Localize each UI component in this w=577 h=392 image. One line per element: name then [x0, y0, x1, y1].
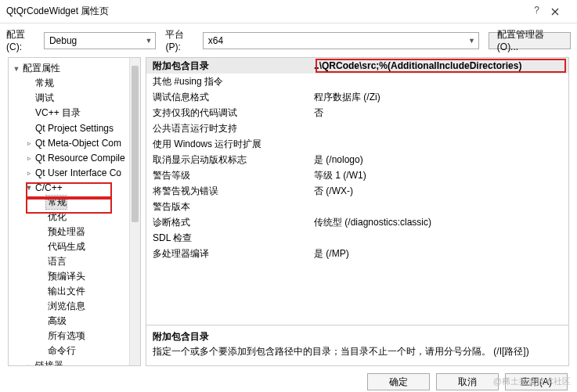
help-icon[interactable]: ? — [534, 5, 539, 16]
tree-item[interactable]: 所有选项 — [9, 329, 140, 343]
tree-item[interactable]: 输出文件 — [9, 284, 140, 299]
property-row[interactable]: 调试信息格式程序数据库 (/Zi) — [146, 89, 568, 105]
property-row[interactable]: 其他 #using 指令 — [146, 74, 568, 89]
config-manager-button[interactable]: 配置管理器(O)... — [489, 32, 571, 49]
tree-item-label: 链接器 — [34, 359, 63, 365]
platform-label: 平台(P): — [165, 28, 197, 52]
property-row[interactable]: 警告版本 — [146, 199, 568, 214]
tree-item-label: 预编译头 — [46, 270, 85, 283]
description-panel: 附加包含目录 指定一个或多个要添加到包含路径中的目录；当目录不止一个时，请用分号… — [146, 325, 569, 366]
property-row[interactable]: 将警告视为错误否 (/WX-) — [146, 183, 568, 199]
tree-twist-icon: ▹ — [24, 154, 34, 162]
property-row[interactable]: 诊断格式传统型 (/diagnostics:classic) — [146, 214, 568, 230]
tree-item[interactable]: 语言 — [9, 254, 140, 269]
tree-item-label: 调试 — [34, 92, 54, 105]
tree-item-label: 配置属性 — [21, 62, 60, 75]
property-name: 取消显示启动版权标志 — [146, 153, 311, 167]
tree-item-label: 浏览信息 — [46, 300, 85, 313]
tree-item[interactable]: ▹链接器 — [9, 358, 140, 365]
property-value[interactable]: 等级 1 (/W1) — [311, 169, 568, 182]
tree-item-label: 优化 — [46, 210, 67, 224]
tree-item-label: C/C++ — [34, 182, 63, 193]
tree-item-label: 代码生成 — [46, 240, 85, 254]
tree-item-label: 输出文件 — [46, 285, 85, 298]
property-row[interactable]: 支持仅我的代码调试否 — [146, 105, 568, 120]
tree-panel: ▼配置属性常规调试VC++ 目录Qt Project Settings▹Qt M… — [8, 57, 141, 366]
tree-item-label: Qt Project Settings — [34, 123, 114, 134]
chevron-down-icon: ▼ — [465, 37, 475, 45]
property-value[interactable]: 是 (/nologo) — [311, 153, 568, 167]
property-name: 将警告视为错误 — [146, 185, 311, 198]
tree-item-label: 所有选项 — [46, 329, 85, 343]
scrollbar[interactable] — [129, 58, 140, 365]
tree-item[interactable]: ▹Qt User Interface Co — [9, 165, 140, 180]
property-name: 附加包含目录 — [146, 59, 311, 73]
property-value[interactable]: 否 (/WX-) — [311, 185, 568, 198]
tree-item-label: 高级 — [46, 315, 67, 328]
tree-item[interactable]: 高级 — [9, 314, 140, 329]
property-row[interactable]: 多处理器编译是 (/MP) — [146, 246, 568, 261]
platform-value: x64 — [208, 35, 465, 46]
tree-item-label: Qt User Interface Co — [34, 167, 121, 178]
close-icon[interactable] — [539, 1, 571, 23]
tree-item[interactable]: 调试 — [9, 91, 140, 106]
tree-item[interactable]: 预处理器 — [9, 225, 140, 239]
cancel-button[interactable]: 取消 — [436, 373, 499, 390]
tree-item[interactable]: ▼C/C++ — [9, 180, 140, 195]
property-name: 警告等级 — [146, 169, 311, 182]
tree-item-label: 常规 — [46, 196, 67, 209]
tree-item[interactable]: 代码生成 — [9, 239, 140, 254]
description-text: 指定一个或多个要添加到包含路径中的目录；当目录不止一个时，请用分号分隔。 (/I… — [153, 345, 562, 358]
tree-twist-icon: ▼ — [12, 65, 21, 73]
property-value[interactable]: 程序数据库 (/Zi) — [311, 91, 568, 104]
apply-button[interactable]: 应用(A) — [505, 373, 568, 390]
tree-item-label: 命令行 — [46, 344, 76, 358]
property-value[interactable]: 是 (/MP) — [311, 247, 568, 261]
tree-item-label: Qt Resource Compile — [34, 153, 125, 164]
property-row[interactable]: 警告等级等级 1 (/W1) — [146, 167, 568, 183]
config-value: Debug — [49, 35, 142, 46]
tree-twist-icon: ▹ — [24, 139, 34, 147]
tree-item[interactable]: VC++ 目录 — [9, 106, 140, 120]
property-row[interactable]: 使用 Windows 运行时扩展 — [146, 136, 568, 152]
property-name: 调试信息格式 — [146, 91, 311, 104]
property-name: 多处理器编译 — [146, 247, 311, 261]
tree-item-label: 预处理器 — [46, 225, 85, 239]
window-title: QtQrCodeWidget 属性页 — [6, 5, 539, 18]
property-value[interactable]: 传统型 (/diagnostics:classic) — [311, 216, 568, 229]
property-name: 支持仅我的代码调试 — [146, 106, 311, 120]
tree-item[interactable]: 优化 — [9, 210, 140, 225]
property-name: 警告版本 — [146, 200, 311, 214]
tree-item[interactable]: 常规 — [9, 195, 140, 210]
ok-button[interactable]: 确定 — [367, 373, 430, 390]
tree-twist-icon: ▼ — [24, 184, 34, 192]
tree-item[interactable]: ▹Qt Resource Compile — [9, 150, 140, 165]
tree-item[interactable]: Qt Project Settings — [9, 120, 140, 135]
tree-item[interactable]: ▹Qt Meta-Object Com — [9, 135, 140, 150]
config-label: 配置(C): — [6, 28, 39, 52]
tree-item-label: 语言 — [46, 255, 67, 268]
property-name: 诊断格式 — [146, 216, 311, 229]
property-value[interactable]: 否 — [311, 106, 568, 120]
property-row[interactable]: 附加包含目录..\QRCode\src;%(AdditionalIncludeD… — [146, 58, 568, 74]
property-row[interactable]: 取消显示启动版权标志是 (/nologo) — [146, 152, 568, 167]
tree-twist-icon: ▹ — [24, 169, 34, 177]
tree-item-label: 常规 — [34, 77, 54, 90]
property-name: SDL 检查 — [146, 232, 311, 245]
tree-item-label: VC++ 目录 — [34, 106, 81, 120]
tree-item[interactable]: ▼配置属性 — [9, 61, 140, 76]
tree-twist-icon: ▹ — [24, 362, 34, 366]
chevron-down-icon: ▼ — [142, 37, 152, 45]
tree-item[interactable]: 命令行 — [9, 343, 140, 358]
tree-item[interactable]: 常规 — [9, 76, 140, 91]
tree-item-label: Qt Meta-Object Com — [34, 138, 121, 149]
property-row[interactable]: SDL 检查 — [146, 230, 568, 246]
tree-item[interactable]: 预编译头 — [9, 269, 140, 284]
property-name: 使用 Windows 运行时扩展 — [146, 138, 311, 151]
tree-item[interactable]: 浏览信息 — [9, 299, 140, 314]
config-combo[interactable]: Debug ▼ — [44, 32, 156, 49]
property-value[interactable]: ..\QRCode\src;%(AdditionalIncludeDirecto… — [311, 60, 568, 71]
property-row[interactable]: 公共语言运行时支持 — [146, 120, 568, 136]
property-grid: 附加包含目录..\QRCode\src;%(AdditionalIncludeD… — [146, 57, 569, 325]
platform-combo[interactable]: x64 ▼ — [203, 32, 479, 49]
